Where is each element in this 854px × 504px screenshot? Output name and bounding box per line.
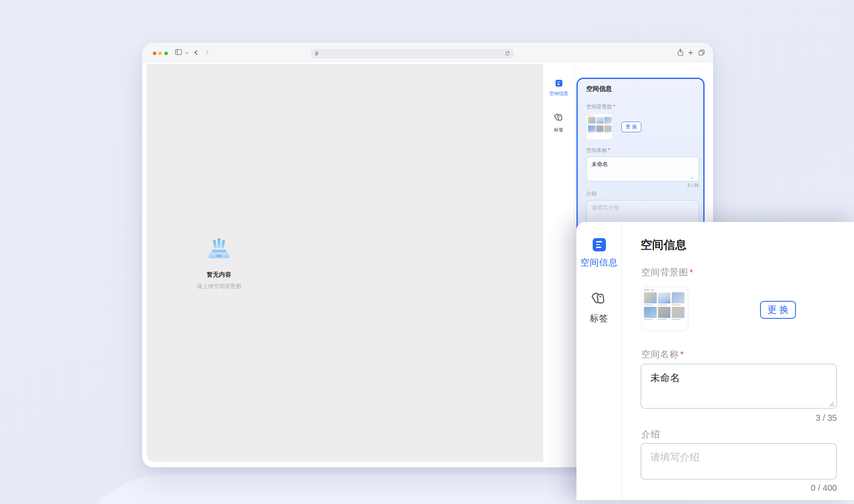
intro-counter: 0 / 400	[640, 483, 837, 493]
document-icon	[593, 238, 606, 251]
intro-label: 介绍	[641, 428, 660, 440]
share-icon[interactable]	[678, 49, 683, 56]
site-settings-icon	[315, 52, 319, 55]
required-mark: *	[690, 267, 693, 277]
url-bar[interactable]	[311, 49, 514, 58]
empty-title: 暂无内容	[193, 271, 245, 279]
forward-icon[interactable]	[205, 50, 209, 55]
overlay-side-nav: 空间信息 标签	[576, 222, 622, 500]
collage-preview	[642, 287, 686, 329]
reload-icon[interactable]	[505, 51, 510, 56]
page: 暂无内容 请上传空间背景图 空间信息 标签	[0, 0, 854, 504]
sidebar-item-tags[interactable]: 标签	[543, 112, 574, 133]
url-input[interactable]	[319, 51, 505, 57]
panel-title: 空间信息	[586, 85, 695, 93]
space-name-input[interactable]: 未命名	[586, 157, 699, 181]
tab-overview-icon[interactable]	[699, 50, 705, 55]
collage-preview	[587, 114, 613, 138]
sidebar-item-label: 空间信息	[576, 256, 622, 268]
name-counter: 3 / 35	[640, 413, 837, 423]
name-counter: 3 / 35	[586, 183, 699, 188]
browser-toolbar	[142, 43, 713, 62]
background-image-label: 空间背景图*	[641, 266, 693, 278]
intro-input[interactable]	[586, 200, 699, 225]
empty-box-icon	[207, 238, 231, 261]
intro-input[interactable]	[640, 443, 837, 480]
sidebar-item-label: 空间信息	[543, 90, 574, 97]
empty-state: 暂无内容 请上传空间背景图	[193, 238, 245, 290]
intro-label: 介绍	[586, 190, 695, 198]
editor-canvas: 暂无内容 请上传空间背景图	[146, 64, 543, 462]
space-name-label: 空间名称*	[641, 348, 684, 360]
back-icon[interactable]	[194, 50, 198, 55]
change-background-button[interactable]: 更 换	[760, 301, 796, 319]
required-mark: *	[680, 349, 684, 359]
sidebar-item-label: 标签	[576, 312, 622, 324]
document-icon	[556, 80, 562, 87]
sidebar-item-tags[interactable]: 标签	[576, 289, 622, 324]
background-image-label: 空间背景图*	[586, 103, 695, 111]
magnified-panel-overlay: 空间信息 标签 空间信息 空间背景图*	[576, 222, 854, 500]
change-background-button[interactable]: 更 换	[621, 122, 641, 132]
traffic-light-close[interactable]	[153, 52, 156, 55]
space-name-label: 空间名称*	[586, 147, 695, 154]
background-image-thumbnail[interactable]	[586, 114, 613, 140]
sidebar-item-label: 标签	[543, 127, 574, 133]
chevron-down-icon[interactable]	[185, 52, 189, 54]
side-nav: 空间信息 标签	[543, 62, 575, 467]
new-tab-icon[interactable]	[688, 50, 693, 55]
sidebar-toggle-icon[interactable]	[175, 49, 182, 55]
sidebar-item-space-info[interactable]: 空间信息	[543, 80, 574, 97]
panel-title: 空间信息	[640, 237, 687, 253]
traffic-light-zoom[interactable]	[164, 52, 168, 55]
empty-subtitle: 请上传空间背景图	[193, 283, 245, 290]
traffic-light-minimize[interactable]	[158, 52, 162, 55]
overlay-form: 空间信息 空间背景图* 更 换 空间名称*	[640, 222, 837, 500]
space-name-input[interactable]: 未命名	[640, 364, 837, 409]
required-mark: *	[613, 104, 615, 110]
tags-icon	[591, 289, 607, 307]
background-image-thumbnail[interactable]	[641, 287, 688, 331]
tags-icon	[554, 112, 564, 123]
sidebar-item-space-info[interactable]: 空间信息	[576, 238, 622, 268]
required-mark: *	[608, 147, 610, 153]
